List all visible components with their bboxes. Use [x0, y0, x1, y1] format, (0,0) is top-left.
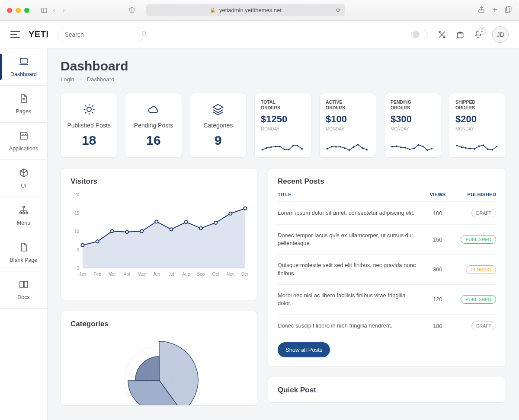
sidebar-item-label: Dashboard [10, 71, 37, 77]
svg-point-5 [142, 32, 146, 35]
visitors-chart: 05101520JanFebMarAprMayJunJulAugSepOctNo… [70, 192, 247, 291]
sidebar-item-dashboard[interactable]: Dashboard [0, 48, 47, 86]
svg-text:10: 10 [74, 229, 80, 234]
order-label: TOTALORDERS [261, 99, 305, 110]
svg-rect-17 [26, 212, 28, 214]
svg-point-58 [456, 145, 458, 146]
status-badge: PUBLISHED [461, 295, 496, 304]
table-row: Lorem ipsum dolor sit amet, consectetur … [278, 201, 496, 224]
window-maximize[interactable] [24, 8, 29, 13]
stat-label: Pending Posts [134, 122, 173, 129]
sun-icon [83, 103, 96, 118]
sitemap-icon [19, 205, 29, 216]
visitors-panel: Visitors 05101520JanFebMarAprMayJunJulAu… [61, 168, 257, 300]
svg-point-34 [288, 149, 290, 150]
menu-toggle-icon[interactable] [10, 31, 20, 38]
svg-point-83 [214, 221, 217, 224]
breadcrumb-item[interactable]: Login [61, 76, 74, 83]
table-row: Quisque molestie velit sed elit finibus,… [278, 254, 496, 284]
svg-rect-4 [505, 8, 510, 13]
fullscreen-icon[interactable] [438, 30, 446, 39]
svg-text:May: May [138, 272, 146, 277]
url-text: yetiadmin.yetithemes.net [219, 7, 282, 13]
svg-rect-14 [23, 206, 25, 208]
tabs-icon[interactable] [504, 6, 512, 15]
svg-text:Jun: Jun [153, 272, 160, 277]
notification-badge: 3 [478, 27, 486, 35]
stat-card: Categories9 [190, 93, 247, 158]
svg-point-36 [297, 145, 298, 146]
svg-rect-0 [42, 8, 47, 13]
svg-point-32 [279, 146, 281, 147]
page-icon [19, 242, 29, 254]
search-input[interactable] [64, 31, 141, 38]
svg-text:Apr: Apr [124, 272, 131, 277]
privacy-shield-icon[interactable] [128, 6, 136, 14]
col-header-published: PULBISHED [453, 192, 496, 197]
stat-label: Categories [203, 122, 233, 129]
post-views: 100 [423, 210, 453, 216]
order-label: SHIPPEDORDERS [455, 99, 500, 110]
notifications-icon[interactable]: 3 [474, 30, 483, 39]
sidebar-item-menu[interactable]: Menu [0, 197, 47, 234]
sidebar-item-pages[interactable]: Pages [0, 86, 47, 123]
apps-icon[interactable] [456, 30, 465, 39]
svg-text:15: 15 [74, 211, 80, 216]
status-badge: DRAFT [471, 321, 496, 330]
svg-point-42 [344, 147, 346, 149]
page-title: Dashboard [61, 59, 506, 73]
svg-point-65 [487, 149, 489, 150]
svg-point-31 [275, 146, 276, 147]
svg-text:0: 0 [77, 266, 79, 270]
search-box[interactable] [57, 27, 144, 42]
svg-point-59 [461, 146, 462, 148]
svg-text:Mar: Mar [109, 272, 116, 277]
stat-label: Published Posts [67, 122, 110, 129]
logo: YETI [29, 29, 48, 39]
panel-title: Recent Posts [278, 177, 496, 186]
svg-rect-10 [20, 58, 27, 63]
new-tab-icon[interactable]: + [492, 5, 497, 15]
layers-icon [211, 103, 224, 118]
sidebar-item-applications[interactable]: Applications [0, 123, 47, 160]
svg-point-57 [431, 148, 432, 150]
address-bar[interactable]: 🔒 yetiadmin.yetithemes.net ⟳ [146, 4, 345, 16]
svg-point-67 [496, 146, 497, 147]
svg-point-29 [266, 147, 268, 149]
sidebar: DashboardPagesApplicationsUIMenuBlank Pa… [0, 48, 48, 420]
window-close[interactable] [7, 8, 12, 13]
svg-text:Jul: Jul [169, 272, 174, 277]
browser-back[interactable]: ‹ [50, 6, 58, 15]
svg-point-39 [331, 146, 333, 147]
svg-point-77 [125, 230, 128, 233]
svg-point-82 [199, 227, 202, 230]
svg-point-61 [469, 148, 471, 150]
svg-point-47 [366, 149, 368, 151]
show-all-posts-button[interactable]: Show all Posts [278, 342, 330, 357]
svg-point-38 [327, 148, 328, 150]
sidebar-item-docs[interactable]: Docs [0, 271, 47, 309]
sidebar-item-ui[interactable]: UI [0, 160, 47, 197]
svg-point-35 [292, 145, 294, 146]
order-label: ACTIVEORDERS [326, 99, 370, 110]
sidebar-toggle-icon[interactable] [38, 5, 50, 16]
order-day: MONDAY [326, 127, 370, 131]
svg-point-41 [340, 146, 341, 148]
sidebar-item-blank-page[interactable]: Blank Page [0, 234, 47, 271]
post-views: 120 [423, 296, 453, 302]
svg-point-51 [404, 147, 406, 149]
window-minimize[interactable] [16, 8, 21, 13]
browser-forward[interactable]: › [60, 6, 67, 15]
svg-point-62 [474, 148, 475, 150]
reload-icon[interactable]: ⟳ [336, 7, 341, 13]
svg-point-43 [349, 149, 350, 151]
main-content: Dashboard Login → Dashboard Published Po… [48, 48, 519, 420]
svg-point-19 [87, 107, 91, 111]
status-badge: DRAFT [471, 209, 496, 217]
theme-toggle[interactable] [411, 30, 428, 39]
svg-text:Nov: Nov [227, 272, 234, 277]
share-icon[interactable] [477, 6, 485, 15]
order-value: $200 [455, 114, 500, 125]
avatar[interactable]: JD [492, 26, 509, 43]
categories-chart [70, 334, 247, 406]
